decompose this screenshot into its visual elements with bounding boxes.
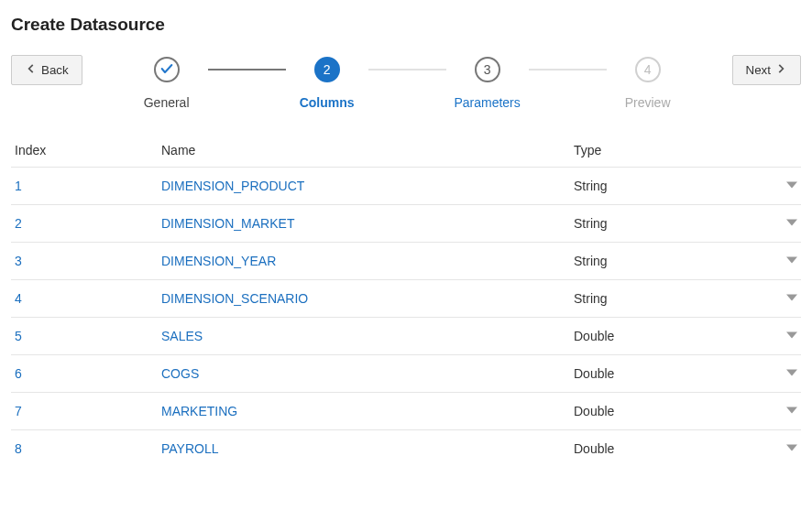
row-menu-icon[interactable] <box>786 441 797 456</box>
cell-index: 1 <box>15 179 161 193</box>
row-menu-icon[interactable] <box>786 179 797 193</box>
table-header-row: Index Name Type <box>11 136 801 167</box>
row-menu-icon[interactable] <box>786 404 797 418</box>
step-preview: 4 Preview <box>607 57 689 110</box>
cell-name[interactable]: DIMENSION_YEAR <box>161 254 574 268</box>
table-scroll-area[interactable]: Index Name Type 1DIMENSION_PRODUCTString… <box>0 136 812 476</box>
svg-marker-6 <box>786 407 797 413</box>
row-menu-icon[interactable] <box>786 254 797 268</box>
row-menu-icon[interactable] <box>786 329 797 343</box>
back-button-label: Back <box>41 63 69 77</box>
step-connector <box>208 69 286 71</box>
svg-marker-4 <box>786 331 797 338</box>
cell-name[interactable]: MARKETING <box>161 404 574 418</box>
table-row[interactable]: 3DIMENSION_YEARString <box>11 242 801 279</box>
svg-marker-3 <box>786 294 797 300</box>
cell-type: String <box>574 254 775 268</box>
step-connector <box>368 69 446 71</box>
step-label: Preview <box>625 95 671 110</box>
back-button[interactable]: Back <box>11 55 82 85</box>
svg-marker-1 <box>786 219 797 225</box>
check-icon <box>159 61 174 79</box>
cell-type: Double <box>574 441 775 456</box>
cell-name[interactable]: SALES <box>161 329 574 343</box>
cell-type: String <box>574 179 775 193</box>
cell-index: 8 <box>15 441 161 456</box>
row-menu-icon[interactable] <box>786 216 797 231</box>
cell-index: 3 <box>15 254 161 268</box>
cell-type: String <box>574 216 775 231</box>
cell-name[interactable]: DIMENSION_SCENARIO <box>161 291 574 306</box>
svg-marker-5 <box>786 369 797 375</box>
row-menu-icon[interactable] <box>786 366 797 381</box>
step-general[interactable]: General <box>126 57 208 110</box>
svg-marker-0 <box>786 181 797 188</box>
cell-name[interactable]: DIMENSION_PRODUCT <box>161 179 574 193</box>
page-title: Create Datasource <box>0 0 812 44</box>
svg-marker-7 <box>786 444 797 450</box>
cell-type: Double <box>574 404 775 418</box>
table-row[interactable]: 8PAYROLLDouble <box>11 429 801 467</box>
chevron-left-icon <box>25 62 38 78</box>
table-row[interactable]: 1DIMENSION_PRODUCTString <box>11 167 801 204</box>
table-row[interactable]: 2DIMENSION_MARKETString <box>11 204 801 242</box>
table-row[interactable]: 6COGSDouble <box>11 354 801 392</box>
wizard-stepper: General 2 Columns 3 Parameters 4 Preview <box>126 57 689 110</box>
cell-index: 6 <box>15 366 161 381</box>
chevron-right-icon <box>774 62 787 78</box>
step-columns[interactable]: 2 Columns <box>286 57 368 110</box>
cell-type: Double <box>574 329 775 343</box>
step-number: 4 <box>644 62 652 77</box>
step-number: 2 <box>324 62 331 77</box>
cell-name[interactable]: PAYROLL <box>161 441 574 456</box>
table-row[interactable]: 4DIMENSION_SCENARIOString <box>11 279 801 317</box>
cell-index: 4 <box>15 291 161 306</box>
next-button[interactable]: Next <box>732 55 801 85</box>
step-connector <box>529 69 607 71</box>
next-button-label: Next <box>746 63 771 77</box>
cell-type: Double <box>574 366 775 381</box>
header-index: Index <box>15 143 161 157</box>
step-parameters[interactable]: 3 Parameters <box>446 57 529 110</box>
table-row[interactable]: 7MARKETINGDouble <box>11 392 801 429</box>
cell-name[interactable]: COGS <box>161 366 574 381</box>
table-row[interactable]: 5SALESDouble <box>11 317 801 354</box>
cell-index: 2 <box>15 216 161 231</box>
svg-marker-2 <box>786 256 797 263</box>
step-label: General <box>144 95 190 110</box>
step-label: Columns <box>300 95 355 110</box>
columns-table: Index Name Type 1DIMENSION_PRODUCTString… <box>0 136 812 476</box>
step-label: Parameters <box>454 95 520 110</box>
step-number: 3 <box>484 62 491 77</box>
cell-type: String <box>574 291 775 306</box>
header-type: Type <box>574 143 775 157</box>
cell-index: 7 <box>15 404 161 418</box>
wizard-top-row: Back General 2 Columns 3 Parameters <box>0 44 812 110</box>
cell-index: 5 <box>15 329 161 343</box>
cell-name[interactable]: DIMENSION_MARKET <box>161 216 574 231</box>
header-name: Name <box>161 143 574 157</box>
row-menu-icon[interactable] <box>786 291 797 306</box>
